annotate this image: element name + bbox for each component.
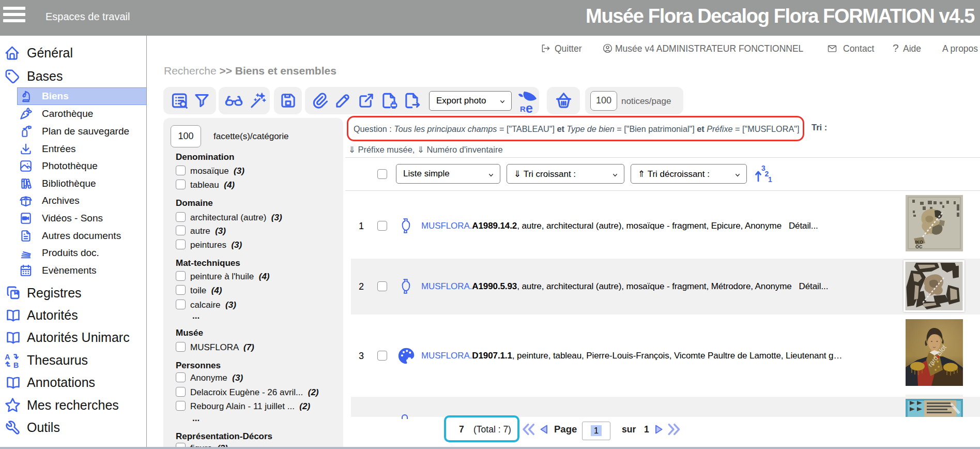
- svg-text:B: B: [13, 361, 19, 368]
- svg-text:1: 1: [768, 175, 772, 184]
- svg-text:R: R: [520, 104, 526, 113]
- svg-text:OC: OC: [915, 244, 923, 249]
- svg-text:A: A: [5, 353, 10, 361]
- svg-text:e: e: [526, 101, 533, 113]
